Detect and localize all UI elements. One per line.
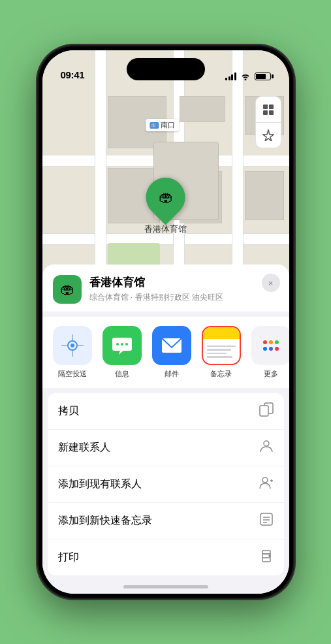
svg-rect-20 bbox=[262, 558, 270, 562]
svg-rect-3 bbox=[269, 110, 274, 115]
svg-point-5 bbox=[71, 344, 74, 347]
pin-inner: 🏟 bbox=[159, 189, 173, 206]
close-button[interactable]: × bbox=[262, 274, 280, 292]
map-label-text: 南口 bbox=[161, 120, 175, 130]
print-icon bbox=[259, 549, 274, 566]
location-pin: 🏟 香港体育馆 bbox=[144, 178, 187, 235]
location-button[interactable] bbox=[255, 122, 281, 148]
action-new-contact-label: 新建联系人 bbox=[58, 441, 110, 455]
action-quick-note-label: 添加到新快速备忘录 bbox=[58, 514, 152, 528]
battery-fill bbox=[256, 74, 266, 79]
svg-point-6 bbox=[116, 343, 119, 346]
place-logo: 🏟 bbox=[53, 275, 82, 304]
map-controls bbox=[255, 96, 281, 148]
mail-icon bbox=[152, 326, 191, 365]
action-print-label: 打印 bbox=[58, 551, 79, 564]
mail-label: 邮件 bbox=[165, 369, 179, 379]
map-label: 出 南口 bbox=[146, 119, 179, 131]
more-icon bbox=[251, 326, 289, 365]
svg-rect-21 bbox=[262, 551, 270, 554]
place-text: 香港体育馆 综合体育馆 · 香港特别行政区 油尖旺区 bbox=[89, 275, 279, 303]
svg-rect-2 bbox=[263, 110, 268, 115]
action-copy-label: 拷贝 bbox=[58, 404, 79, 418]
bottom-sheet: 🏟 香港体育馆 综合体育馆 · 香港特别行政区 油尖旺区 × bbox=[42, 265, 289, 594]
messages-icon bbox=[102, 326, 142, 365]
wifi-icon bbox=[240, 72, 251, 80]
home-indicator bbox=[123, 585, 208, 588]
share-item-mail[interactable]: 邮件 bbox=[152, 326, 191, 379]
share-item-messages[interactable]: 信息 bbox=[102, 326, 142, 379]
action-list: 拷贝 新建联系人 bbox=[48, 393, 284, 575]
map-type-button[interactable] bbox=[255, 96, 281, 122]
copy-icon bbox=[259, 402, 274, 420]
place-name: 香港体育馆 bbox=[89, 275, 279, 290]
person-add-icon bbox=[259, 475, 274, 493]
phone-screen: 09:41 bbox=[42, 50, 289, 594]
notes-icon bbox=[202, 326, 241, 365]
action-print[interactable]: 打印 bbox=[48, 539, 284, 575]
note-icon bbox=[259, 512, 274, 530]
share-item-more[interactable]: 更多 bbox=[251, 326, 289, 379]
svg-rect-16 bbox=[260, 513, 272, 525]
action-add-contact-label: 添加到现有联系人 bbox=[58, 477, 142, 491]
status-icons bbox=[225, 72, 271, 80]
pin-label: 香港体育馆 bbox=[144, 223, 187, 235]
label-icon: 出 bbox=[150, 122, 159, 129]
airdrop-label: 隔空投送 bbox=[58, 369, 87, 379]
dynamic-island bbox=[127, 58, 205, 80]
svg-rect-11 bbox=[260, 406, 268, 416]
svg-point-12 bbox=[264, 441, 269, 446]
svg-rect-1 bbox=[269, 105, 274, 109]
action-new-contact[interactable]: 新建联系人 bbox=[48, 430, 284, 466]
battery-icon bbox=[255, 72, 271, 80]
svg-point-8 bbox=[125, 343, 128, 346]
person-icon bbox=[259, 439, 274, 457]
svg-point-22 bbox=[269, 555, 270, 556]
messages-label: 信息 bbox=[115, 369, 129, 379]
svg-rect-0 bbox=[263, 105, 268, 109]
place-address: 综合体育馆 · 香港特别行政区 油尖旺区 bbox=[89, 292, 279, 303]
share-item-notes[interactable]: 备忘录 bbox=[202, 326, 241, 379]
svg-point-13 bbox=[262, 477, 268, 483]
airdrop-icon bbox=[53, 326, 92, 365]
share-row: 隔空投送 信息 bbox=[42, 317, 289, 388]
more-label: 更多 bbox=[264, 369, 278, 379]
action-copy[interactable]: 拷贝 bbox=[48, 393, 284, 430]
pin-circle: 🏟 bbox=[138, 170, 193, 225]
share-item-airdrop[interactable]: 隔空投送 bbox=[53, 326, 92, 379]
signal-icon bbox=[225, 72, 236, 80]
action-add-contact[interactable]: 添加到现有联系人 bbox=[48, 466, 284, 503]
action-quick-note[interactable]: 添加到新快速备忘录 bbox=[48, 503, 284, 539]
status-time: 09:41 bbox=[61, 69, 85, 80]
place-info: 🏟 香港体育馆 综合体育馆 · 香港特别行政区 油尖旺区 × bbox=[42, 265, 289, 312]
notes-label: 备忘录 bbox=[210, 369, 232, 379]
phone-frame: 09:41 bbox=[39, 46, 293, 598]
svg-point-7 bbox=[121, 343, 123, 346]
